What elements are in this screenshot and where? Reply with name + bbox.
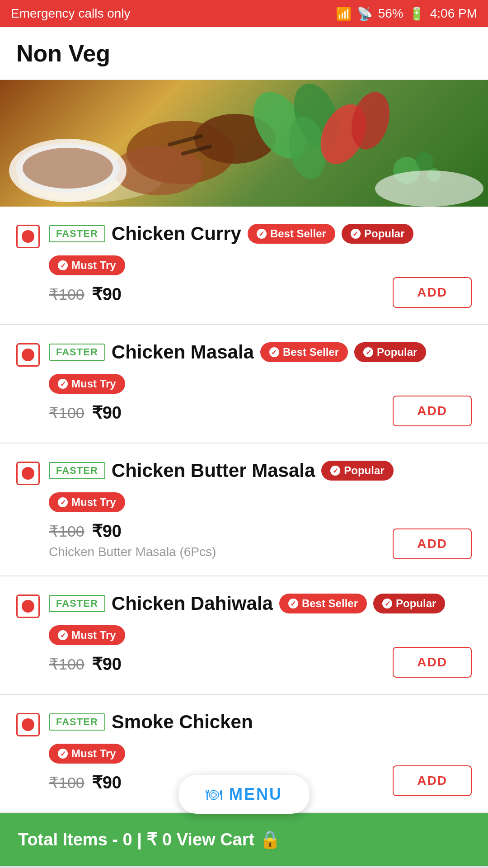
status-bar: Emergency calls only 📶 📡 56% 🔋 4:06 PM (0, 0, 488, 27)
badge-check-icon (382, 599, 392, 609)
menu-item: FASTERChicken MasalaBest SellerPopularMu… (0, 325, 488, 443)
item-name: Chicken Curry (112, 223, 241, 245)
must-try-label: Must Try (71, 377, 116, 390)
non-veg-indicator (16, 343, 40, 367)
svg-point-13 (23, 148, 113, 189)
badge-check-icon (257, 229, 267, 239)
original-price: ₹100 (49, 404, 84, 422)
item-header: FASTERChicken DahiwalaBest SellerPopular (16, 593, 472, 618)
add-button[interactable]: ADD (393, 647, 472, 678)
item-name: Chicken Dahiwala (112, 593, 273, 614)
original-price: ₹100 (49, 655, 84, 673)
non-veg-indicator (16, 594, 40, 618)
tags-row: Must Try (49, 374, 472, 394)
current-price: ₹90 (92, 773, 122, 793)
badge-label: Popular (396, 597, 436, 610)
non-veg-dot (22, 718, 34, 731)
badge-check-icon (288, 599, 298, 609)
bottom-nav: ◁ ○ □ (0, 866, 488, 868)
add-button[interactable]: ADD (393, 528, 472, 559)
wifi-icon: 📡 (357, 6, 373, 21)
tags-row: Must Try (49, 492, 472, 512)
must-try-badge: Must Try (49, 255, 125, 275)
page-header: Non Veg (0, 27, 488, 80)
clock: 4:06 PM (430, 6, 477, 21)
badge-popular: Popular (342, 224, 413, 244)
badge-label: Best Seller (270, 227, 326, 240)
must-try-check-icon (58, 749, 68, 759)
badge-popular: Popular (354, 342, 426, 362)
item-header: FASTERSmoke Chicken (16, 711, 472, 736)
add-button[interactable]: ADD (393, 765, 472, 796)
badge-check-icon (363, 347, 373, 357)
badge-check-icon (269, 347, 279, 357)
item-title-row: FASTERChicken DahiwalaBest SellerPopular (49, 593, 472, 614)
faster-badge: FASTER (49, 225, 105, 242)
non-veg-indicator (16, 713, 40, 736)
non-veg-dot (22, 600, 34, 613)
add-button[interactable]: ADD (393, 396, 472, 426)
badge-check-icon (330, 466, 340, 476)
menu-item: FASTERChicken CurryBest SellerPopularMus… (0, 207, 488, 325)
badge-best-seller: Best Seller (279, 594, 367, 613)
non-veg-dot (22, 230, 34, 243)
svg-point-15 (416, 152, 434, 170)
badge-check-icon (351, 229, 361, 239)
hero-image (0, 80, 488, 207)
item-title-row: FASTERChicken Butter MasalaPopular (49, 460, 472, 481)
item-title-row: FASTERSmoke Chicken (49, 711, 472, 733)
menu-item: FASTERChicken DahiwalaBest SellerPopular… (0, 576, 488, 695)
must-try-label: Must Try (71, 747, 116, 760)
signal-icon: 📶 (336, 6, 352, 21)
status-emergency: Emergency calls only (11, 6, 131, 21)
original-price: ₹100 (49, 285, 84, 303)
tags-row: Must Try (49, 744, 472, 764)
badge-best-seller: Best Seller (260, 342, 348, 362)
menu-popup-label: MENU (229, 785, 282, 804)
must-try-check-icon (58, 630, 68, 640)
must-try-label: Must Try (71, 259, 116, 272)
faster-badge: FASTER (49, 713, 105, 731)
menu-popup[interactable]: 🍽 MENU (178, 775, 310, 814)
badge-label: Popular (344, 464, 384, 477)
must-try-badge: Must Try (49, 625, 125, 645)
must-try-badge: Must Try (49, 744, 125, 764)
tags-row: Must Try (49, 625, 472, 645)
must-try-check-icon (58, 497, 68, 507)
menu-list: FASTERChicken CurryBest SellerPopularMus… (0, 207, 488, 813)
non-veg-indicator (16, 225, 40, 248)
badge-best-seller: Best Seller (248, 224, 335, 244)
must-try-label: Must Try (71, 629, 116, 642)
badge-popular: Popular (321, 461, 393, 481)
item-title-row: FASTERChicken MasalaBest SellerPopular (49, 341, 472, 363)
cart-bar[interactable]: Total Items - 0 | ₹ 0 View Cart 🔒 (0, 813, 488, 866)
current-price: ₹90 (92, 284, 122, 304)
original-price: ₹100 (49, 522, 84, 540)
current-price: ₹90 (92, 403, 122, 423)
status-right: 📶 📡 56% 🔋 4:06 PM (336, 6, 477, 21)
add-button[interactable]: ADD (393, 277, 472, 308)
badge-label: Best Seller (283, 346, 339, 359)
item-title-row: FASTERChicken CurryBest SellerPopular (49, 223, 472, 245)
battery-icon: 🔋 (409, 6, 425, 21)
item-name: Chicken Masala (112, 341, 254, 363)
current-price: ₹90 (92, 654, 122, 674)
badge-label: Popular (377, 346, 417, 359)
cart-info: Total Items - 0 | ₹ 0 View Cart 🔒 (18, 830, 281, 849)
item-name: Smoke Chicken (112, 711, 253, 733)
must-try-check-icon (58, 260, 68, 270)
faster-badge: FASTER (49, 595, 105, 612)
menu-item: FASTERChicken Butter MasalaPopularMust T… (0, 443, 488, 576)
faster-badge: FASTER (49, 344, 105, 361)
must-try-check-icon (58, 379, 68, 389)
badge-label: Best Seller (302, 597, 358, 610)
menu-popup-icon: 🍽 (206, 785, 222, 804)
current-price: ₹90 (92, 521, 122, 541)
svg-point-17 (375, 170, 483, 207)
original-price: ₹100 (49, 774, 84, 792)
badge-label: Popular (364, 227, 404, 240)
must-try-label: Must Try (71, 496, 116, 509)
non-veg-dot (22, 467, 34, 480)
tags-row: Must Try (49, 255, 472, 275)
item-header: FASTERChicken CurryBest SellerPopular (16, 223, 472, 248)
